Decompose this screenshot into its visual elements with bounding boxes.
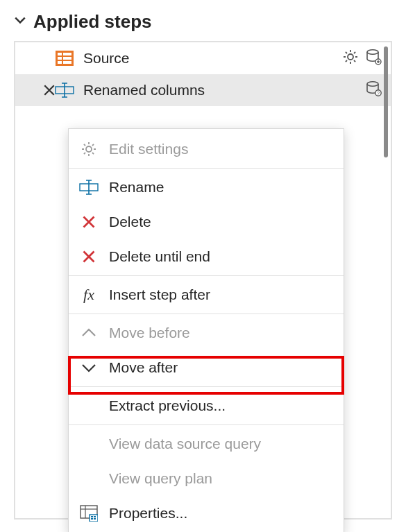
context-menu: Edit settings Rename Delete Delete until bbox=[68, 128, 344, 532]
menu-separator bbox=[69, 275, 344, 276]
svg-point-13 bbox=[367, 81, 378, 85]
svg-rect-5 bbox=[58, 61, 62, 64]
menu-insert-step-after[interactable]: fx Insert step after bbox=[69, 277, 344, 312]
menu-extract-previous[interactable]: Extract previous... bbox=[69, 388, 344, 423]
rename-icon bbox=[78, 178, 99, 196]
chevron-down-icon bbox=[14, 14, 26, 30]
database-icon[interactable] bbox=[364, 48, 382, 69]
menu-item-label: Move before bbox=[109, 325, 190, 341]
chevron-up-icon bbox=[78, 324, 99, 342]
menu-delete[interactable]: Delete bbox=[69, 205, 344, 239]
menu-item-label: Rename bbox=[109, 179, 164, 196]
step-row-renamed-columns[interactable]: Renamed columns ? bbox=[15, 74, 391, 106]
step-label: Source bbox=[83, 50, 130, 67]
menu-separator bbox=[69, 386, 344, 387]
step-row-source[interactable]: Source bbox=[15, 42, 391, 74]
applied-steps-title: Applied steps bbox=[33, 11, 151, 33]
menu-item-label: Edit settings bbox=[109, 141, 188, 157]
menu-view-data-source-query: View data source query bbox=[69, 427, 344, 461]
menu-item-label: Delete until end bbox=[109, 248, 210, 265]
scrollbar[interactable] bbox=[384, 46, 388, 157]
gear-icon[interactable] bbox=[342, 49, 359, 69]
database-query-icon[interactable]: ? bbox=[364, 80, 382, 101]
menu-move-before: Move before bbox=[69, 316, 344, 350]
svg-rect-3 bbox=[58, 57, 62, 60]
menu-item-label: Insert step after bbox=[109, 286, 210, 303]
menu-view-query-plan: View query plan bbox=[69, 461, 344, 496]
menu-properties[interactable]: Properties... bbox=[69, 496, 344, 531]
menu-delete-until-end[interactable]: Delete until end bbox=[69, 239, 344, 274]
close-icon[interactable] bbox=[43, 84, 58, 96]
gear-icon bbox=[78, 140, 99, 158]
menu-separator bbox=[69, 424, 344, 425]
delete-icon bbox=[78, 213, 99, 231]
svg-rect-6 bbox=[63, 61, 71, 64]
chevron-down-icon bbox=[78, 359, 99, 377]
menu-rename[interactable]: Rename bbox=[69, 170, 344, 205]
step-label: Renamed columns bbox=[83, 82, 205, 98]
svg-rect-4 bbox=[63, 57, 71, 60]
svg-text:?: ? bbox=[377, 91, 380, 96]
applied-steps-header[interactable]: Applied steps bbox=[14, 11, 392, 33]
menu-move-after[interactable]: Move after bbox=[69, 350, 344, 385]
menu-edit-settings: Edit settings bbox=[69, 132, 344, 166]
svg-rect-24 bbox=[91, 518, 93, 520]
svg-rect-2 bbox=[63, 53, 71, 55]
applied-steps-panel: Source Renamed columns ? bbox=[14, 41, 392, 520]
menu-item-label: View data source query bbox=[109, 436, 261, 452]
menu-separator bbox=[69, 314, 344, 314]
svg-point-7 bbox=[367, 49, 378, 53]
menu-separator bbox=[69, 168, 344, 169]
menu-item-label: Move after bbox=[109, 359, 178, 376]
menu-item-label: View query plan bbox=[109, 470, 212, 487]
svg-rect-22 bbox=[91, 516, 93, 517]
fx-icon: fx bbox=[78, 286, 99, 304]
properties-icon bbox=[78, 504, 99, 522]
menu-item-label: Delete bbox=[109, 214, 151, 230]
table-icon bbox=[54, 50, 75, 67]
svg-rect-23 bbox=[94, 516, 96, 517]
delete-icon bbox=[78, 248, 99, 266]
svg-rect-1 bbox=[58, 53, 62, 55]
menu-item-label: Properties... bbox=[109, 505, 187, 522]
menu-item-label: Extract previous... bbox=[109, 397, 226, 414]
svg-rect-25 bbox=[94, 518, 96, 520]
